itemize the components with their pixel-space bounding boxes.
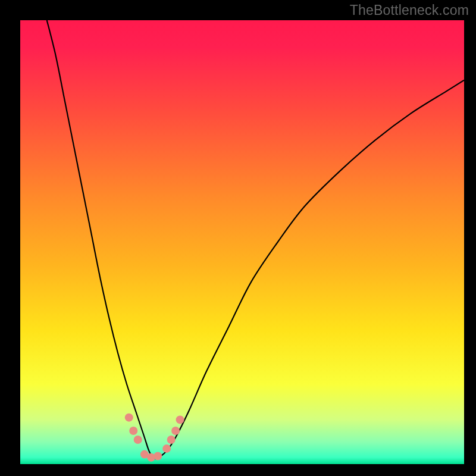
data-point — [167, 436, 176, 444]
chart-stage: TheBottleneck.com — [0, 0, 476, 476]
data-point — [162, 444, 171, 453]
watermark-text: TheBottleneck.com — [350, 2, 469, 18]
plot-area — [20, 20, 464, 464]
data-point — [171, 427, 180, 435]
data-points-group — [125, 414, 184, 462]
data-point — [129, 427, 137, 435]
data-point — [134, 436, 142, 444]
data-point — [176, 415, 184, 424]
data-points-svg — [20, 20, 464, 464]
data-point — [125, 414, 133, 422]
data-point — [154, 452, 162, 461]
